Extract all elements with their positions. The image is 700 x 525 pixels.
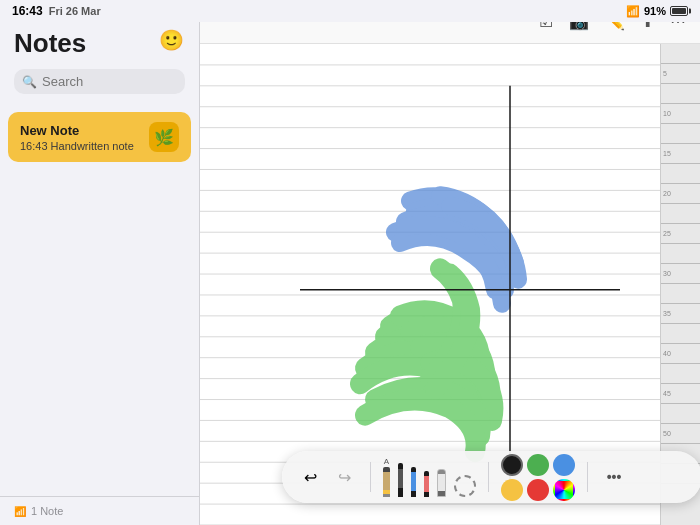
battery-percent: 91% — [644, 5, 666, 17]
color-yellow[interactable] — [501, 479, 523, 501]
status-bar: 16:43 Fri 26 Mar 📶 91% — [0, 0, 700, 22]
ruler-tick: 30 — [661, 264, 700, 284]
wifi-small-icon: 📶 — [14, 506, 26, 517]
color-blue[interactable] — [553, 454, 575, 476]
pen-dark-tool[interactable] — [398, 463, 403, 497]
note-title: New Note — [20, 123, 149, 138]
time: 16:43 — [12, 4, 43, 18]
sidebar: Notes 🔍 🎙 🙂 New Note 16:43 Handwritten n… — [0, 0, 200, 525]
note-area: ⤢ ☑ 📷 ✏️ ⬆ ⋯ — [200, 0, 700, 525]
pencil-tool[interactable]: A — [383, 457, 390, 497]
status-right: 📶 91% — [626, 5, 688, 18]
ruler-tick — [661, 124, 700, 144]
more-button[interactable]: ••• — [600, 463, 628, 491]
wifi-icon: 📶 — [626, 5, 640, 18]
pen-blue-tool[interactable] — [411, 467, 416, 497]
undo-redo-group: ↩ ↪ — [296, 463, 358, 491]
list-item[interactable]: New Note 16:43 Handwritten note 🌿 — [8, 112, 191, 162]
note-badge-icon: 🌿 — [154, 128, 174, 147]
ruler-tick — [661, 204, 700, 224]
notes-list: New Note 16:43 Handwritten note 🌿 — [0, 102, 199, 496]
lasso-tool[interactable] — [454, 475, 476, 497]
ruler-tick: 50 — [661, 424, 700, 444]
battery-fill — [672, 8, 686, 14]
eraser-tool[interactable] — [437, 469, 446, 497]
ruler-tick — [661, 404, 700, 424]
toolbar-separator-3 — [587, 462, 588, 492]
ruler-tick: 35 — [661, 304, 700, 324]
sidebar-footer: 📶 1 Note — [0, 496, 199, 525]
ruler-tick: 45 — [661, 384, 700, 404]
ruler-tick — [661, 324, 700, 344]
note-subtitle: 16:43 Handwritten note — [20, 140, 149, 152]
ruler-tick: 20 — [661, 184, 700, 204]
drawing-toolbar: ↩ ↪ A — [282, 451, 700, 503]
ruler-tick — [661, 44, 700, 64]
ruler-tick — [661, 364, 700, 384]
note-badge: 🌿 — [149, 122, 179, 152]
date: Fri 26 Mar — [49, 5, 101, 17]
color-group — [501, 454, 575, 501]
status-left: 16:43 Fri 26 Mar — [12, 4, 101, 18]
color-rainbow[interactable] — [553, 479, 575, 501]
color-green[interactable] — [527, 454, 549, 476]
pen-red-tool[interactable] — [424, 471, 429, 497]
ruler-tick — [661, 244, 700, 264]
redo-button[interactable]: ↪ — [330, 463, 358, 491]
drawing-tools-group: A — [383, 457, 476, 497]
ruler-tick: 10 — [661, 104, 700, 124]
ruler-tick: 5 — [661, 64, 700, 84]
search-bar[interactable]: 🔍 🎙 — [14, 69, 185, 94]
undo-button[interactable]: ↩ — [296, 463, 324, 491]
search-icon: 🔍 — [22, 75, 37, 89]
toolbar-separator-2 — [488, 462, 489, 492]
battery-icon — [670, 6, 688, 16]
note-item-content: New Note 16:43 Handwritten note — [20, 123, 149, 152]
ruler-tick — [661, 284, 700, 304]
paper-container: 5 10 15 20 25 30 35 40 45 50 ↩ — [200, 44, 700, 525]
note-count: 1 Note — [31, 505, 63, 517]
ruler-tick — [661, 164, 700, 184]
color-red[interactable] — [527, 479, 549, 501]
ruler-tick: 40 — [661, 344, 700, 364]
ruler-tick: 25 — [661, 224, 700, 244]
ruler-tick: 15 — [661, 144, 700, 164]
ruler-tick — [661, 84, 700, 104]
toolbar-separator — [370, 462, 371, 492]
smiley-button[interactable]: 🙂 — [157, 26, 185, 54]
color-black[interactable] — [501, 454, 523, 476]
search-input[interactable] — [42, 74, 210, 89]
